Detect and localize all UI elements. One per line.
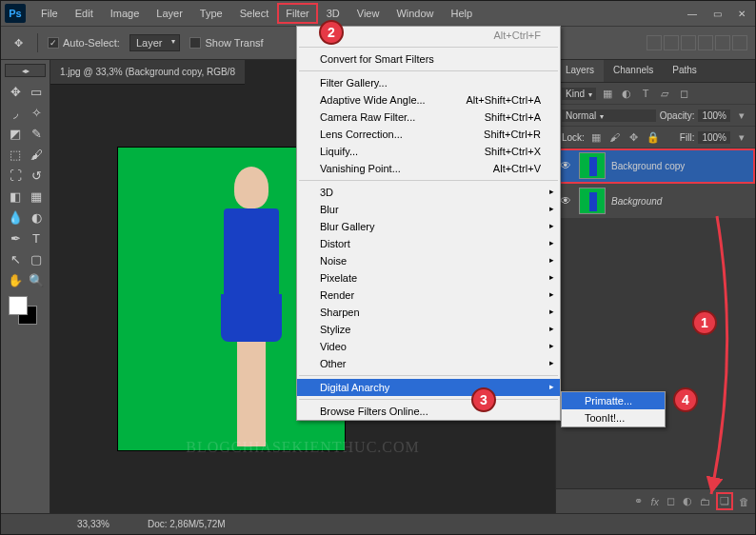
filter-vanishing-point[interactable]: Vanishing Point...Alt+Ctrl+V <box>297 160 560 177</box>
layer-thumbnail[interactable] <box>579 188 606 214</box>
filter-gallery[interactable]: Filter Gallery... <box>297 74 560 91</box>
doc-info[interactable]: Doc: 2,86M/5,72M <box>148 519 226 529</box>
menu-layer[interactable]: Layer <box>149 4 190 23</box>
blend-mode-dropdown[interactable]: Normal <box>562 109 656 122</box>
fx-icon[interactable]: fx <box>650 496 659 507</box>
stamp-tool[interactable]: ⛶ <box>5 165 26 186</box>
marquee-tool[interactable]: ▭ <box>26 81 47 102</box>
pen-tool[interactable]: ✒ <box>5 228 26 248</box>
dodge-tool[interactable]: ◐ <box>26 207 47 228</box>
filter-blur-gallery[interactable]: Blur Gallery <box>297 218 560 235</box>
kind-dropdown[interactable]: Kind <box>562 88 596 100</box>
filter-smart-icon[interactable]: ◻ <box>676 87 691 100</box>
submenu-toonit[interactable]: ToonIt!... <box>562 409 665 426</box>
layer-row[interactable]: 👁 Background <box>556 184 755 219</box>
visibility-icon[interactable]: 👁 <box>560 159 573 172</box>
menu-filter[interactable]: Filter <box>278 4 316 23</box>
menu-type[interactable]: Type <box>192 4 230 23</box>
layer-name[interactable]: Background copy <box>611 161 685 171</box>
filter-blur[interactable]: Blur <box>297 201 560 218</box>
chevron-down-icon[interactable]: ▾ <box>734 109 749 122</box>
zoom-tool[interactable]: 🔍 <box>26 269 47 290</box>
filter-pixelate[interactable]: Pixelate <box>297 269 560 287</box>
menu-file[interactable]: File <box>33 4 66 23</box>
fill-field[interactable]: 100% <box>698 131 730 144</box>
path-tool[interactable]: ↖ <box>5 248 26 269</box>
menu-window[interactable]: Window <box>388 4 441 23</box>
maximize-button[interactable]: ▭ <box>707 7 726 20</box>
menu-select[interactable]: Select <box>232 4 277 23</box>
close-button[interactable]: ✕ <box>732 7 751 20</box>
crop-tool[interactable]: ◩ <box>5 123 26 144</box>
visibility-icon[interactable]: 👁 <box>560 194 573 208</box>
layer-thumbnail[interactable] <box>579 152 606 179</box>
tab-paths[interactable]: Paths <box>663 60 706 82</box>
filter-adjust-icon[interactable]: ◐ <box>619 87 634 100</box>
menu-view[interactable]: View <box>349 4 388 23</box>
filter-digital-anarchy[interactable]: Digital Anarchy <box>297 379 560 396</box>
move-tool[interactable]: ✥ <box>5 81 26 102</box>
tab-channels[interactable]: Channels <box>604 60 663 82</box>
align-icon[interactable] <box>681 35 696 50</box>
hand-tool[interactable]: ✋ <box>5 269 26 290</box>
heal-tool[interactable]: ⬚ <box>5 144 26 165</box>
auto-select-dropdown[interactable]: Layer <box>129 34 181 51</box>
lock-brush-icon[interactable]: 🖌 <box>607 130 623 144</box>
zoom-level[interactable]: 33,33% <box>77 519 109 529</box>
filter-render[interactable]: Render <box>297 287 560 304</box>
menu-edit[interactable]: Edit <box>68 4 101 23</box>
opacity-field[interactable]: 100% <box>698 109 730 122</box>
filter-stylize[interactable]: Stylize <box>297 321 560 338</box>
new-layer-button[interactable]: ❏ <box>718 494 731 508</box>
filter-camera-raw[interactable]: Camera Raw Filter...Shift+Ctrl+A <box>297 109 560 126</box>
chevron-down-icon[interactable]: ▾ <box>734 130 749 144</box>
filter-sharpen[interactable]: Sharpen <box>297 304 560 321</box>
color-swatches[interactable] <box>5 296 43 330</box>
filter-distort[interactable]: Distort <box>297 235 560 252</box>
filter-other[interactable]: Other <box>297 355 560 372</box>
lasso-tool[interactable]: ◞ <box>5 102 26 123</box>
layer-row[interactable]: 👁 Background copy <box>556 149 755 184</box>
brush-tool[interactable]: 🖌 <box>26 144 47 165</box>
history-tool[interactable]: ↺ <box>26 165 47 186</box>
wand-tool[interactable]: ✧ <box>26 102 47 123</box>
align-icon[interactable] <box>698 35 713 50</box>
mask-icon[interactable]: ◻ <box>666 495 675 507</box>
filter-3d[interactable]: 3D <box>297 184 560 201</box>
submenu-primatte[interactable]: Primatte... <box>562 392 665 409</box>
filter-liquify[interactable]: Liquify...Shift+Ctrl+X <box>297 143 560 160</box>
filter-video[interactable]: Video <box>297 338 560 355</box>
layer-name[interactable]: Background <box>611 196 662 207</box>
tab-layers[interactable]: Layers <box>556 60 604 82</box>
toolbox-collapse[interactable]: ◂▸ <box>5 64 46 77</box>
filter-browse-online[interactable]: Browse Filters Online... <box>297 403 560 420</box>
align-icon[interactable] <box>664 35 679 50</box>
type-tool[interactable]: T <box>26 228 47 248</box>
eyedropper-tool[interactable]: ✎ <box>26 123 47 144</box>
blur-tool[interactable]: 💧 <box>5 207 26 228</box>
trash-icon[interactable]: 🗑 <box>739 496 749 507</box>
lock-all-icon[interactable]: 🔒 <box>646 130 661 144</box>
filter-type-icon[interactable]: T <box>638 87 653 100</box>
menu-image[interactable]: Image <box>103 4 148 23</box>
align-icon[interactable] <box>732 35 747 50</box>
show-transform-checkbox[interactable]: Show Transf <box>189 37 263 49</box>
link-layers-icon[interactable]: ⚭ <box>634 495 643 507</box>
foreground-swatch[interactable] <box>9 296 28 315</box>
filter-noise[interactable]: Noise <box>297 252 560 269</box>
menu-help[interactable]: Help <box>444 4 481 23</box>
align-icon[interactable] <box>647 35 662 50</box>
auto-select-checkbox[interactable]: ✓ Auto-Select: <box>48 37 120 49</box>
filter-pixel-icon[interactable]: ▦ <box>600 87 615 100</box>
gradient-tool[interactable]: ▦ <box>26 186 47 207</box>
adjustment-icon[interactable]: ◐ <box>683 495 692 507</box>
lock-transparent-icon[interactable]: ▦ <box>588 130 604 144</box>
eraser-tool[interactable]: ◧ <box>5 186 26 207</box>
filter-lens-correction[interactable]: Lens Correction...Shift+Ctrl+R <box>297 126 560 143</box>
minimize-button[interactable]: — <box>683 7 702 20</box>
align-icon[interactable] <box>715 35 730 50</box>
group-icon[interactable]: 🗀 <box>700 496 710 507</box>
filter-adaptive-wide-angle[interactable]: Adaptive Wide Angle...Alt+Shift+Ctrl+A <box>297 91 560 109</box>
filter-convert-smart[interactable]: Convert for Smart Filters <box>297 50 560 68</box>
filter-shape-icon[interactable]: ▱ <box>657 87 672 100</box>
